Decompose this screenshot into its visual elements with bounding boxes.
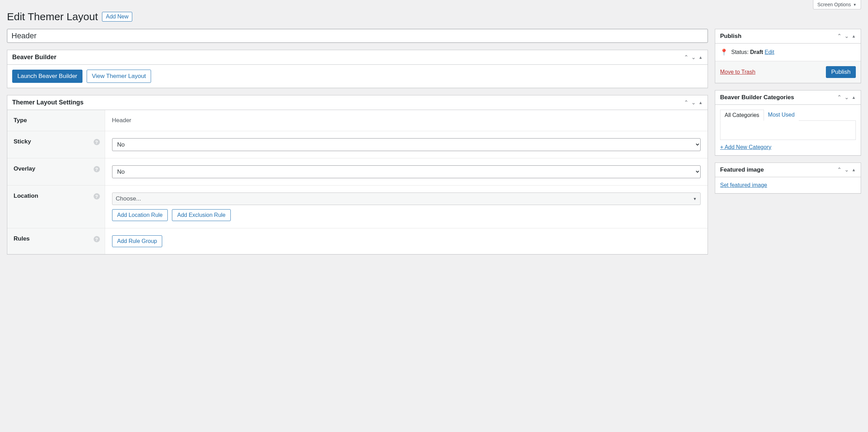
triangle-up-icon[interactable]: ▲: [852, 95, 856, 100]
settings-label-sticky: Sticky: [14, 138, 31, 145]
help-icon[interactable]: ?: [94, 166, 100, 172]
page-title: Edit Themer Layout: [7, 11, 98, 23]
chevron-down-icon[interactable]: ⌄: [844, 33, 849, 39]
settings-row-overlay: Overlay ? No: [7, 158, 708, 186]
launch-beaver-builder-button[interactable]: Launch Beaver Builder: [12, 70, 82, 83]
chevron-up-icon[interactable]: ⌃: [684, 55, 688, 60]
publish-panel: Publish ⌃ ⌄ ▲ 📍 Status: Draft Edit Move …: [715, 29, 861, 83]
triangle-up-icon[interactable]: ▲: [699, 55, 703, 60]
panel-title: Featured image: [720, 166, 764, 173]
move-to-trash-link[interactable]: Move to Trash: [720, 69, 755, 75]
screen-options-button[interactable]: Screen Options ▼: [813, 0, 861, 9]
add-new-button[interactable]: Add New: [102, 12, 132, 22]
panel-handle-actions: ⌃ ⌄ ▲: [684, 100, 703, 105]
help-icon[interactable]: ?: [94, 193, 100, 199]
set-featured-image-link[interactable]: Set featured image: [720, 182, 767, 188]
chevron-up-icon[interactable]: ⌃: [684, 100, 688, 105]
location-select[interactable]: Choose... ▼: [112, 193, 701, 205]
settings-value-type: Header: [105, 110, 708, 131]
panel-title: Themer Layout Settings: [12, 99, 84, 106]
help-icon[interactable]: ?: [94, 236, 100, 242]
chevron-up-icon[interactable]: ⌃: [837, 167, 842, 173]
chevron-up-icon[interactable]: ⌃: [837, 95, 842, 100]
status-label: Status:: [731, 49, 750, 55]
chevron-down-icon: ▼: [853, 3, 857, 7]
triangle-up-icon[interactable]: ▲: [852, 34, 856, 38]
pin-icon: 📍: [720, 48, 728, 56]
settings-row-sticky: Sticky ? No: [7, 131, 708, 158]
categories-panel: Beaver Builder Categories ⌃ ⌄ ▲ All Cate…: [715, 90, 861, 156]
sticky-select[interactable]: No: [112, 138, 701, 151]
help-icon[interactable]: ?: [94, 139, 100, 145]
chevron-down-icon: ▼: [693, 197, 697, 201]
status-value: Draft: [750, 49, 763, 55]
settings-row-location: Location ? Choose... ▼ Add Location Rule…: [7, 186, 708, 228]
add-rule-group-button[interactable]: Add Rule Group: [112, 235, 163, 247]
publish-button[interactable]: Publish: [826, 66, 856, 78]
settings-row-rules: Rules ? Add Rule Group: [7, 228, 708, 254]
panel-title: Beaver Builder Categories: [720, 94, 794, 101]
status-line: 📍 Status: Draft Edit: [720, 48, 856, 56]
settings-label-overlay: Overlay: [14, 165, 35, 172]
chevron-down-icon[interactable]: ⌄: [844, 167, 849, 173]
edit-status-link[interactable]: Edit: [765, 49, 774, 55]
beaver-builder-panel: Beaver Builder ⌃ ⌄ ▲ Launch Beaver Build…: [7, 50, 708, 88]
categories-list: [720, 120, 856, 140]
tab-most-used[interactable]: Most Used: [764, 110, 799, 121]
overlay-select[interactable]: No: [112, 165, 701, 178]
panel-title: Beaver Builder: [12, 54, 56, 61]
settings-label-type: Type: [7, 110, 105, 131]
panel-title: Publish: [720, 33, 741, 40]
add-location-rule-button[interactable]: Add Location Rule: [112, 209, 168, 221]
title-input[interactable]: [7, 29, 708, 43]
settings-label-location: Location: [14, 193, 38, 199]
panel-handle-actions: ⌃ ⌄ ▲: [837, 95, 856, 100]
triangle-up-icon[interactable]: ▲: [699, 101, 703, 105]
location-select-value: Choose...: [116, 195, 141, 202]
tab-all-categories[interactable]: All Categories: [720, 110, 764, 121]
settings-label-rules: Rules: [14, 235, 30, 242]
add-new-category-link[interactable]: + Add New Category: [720, 144, 771, 150]
add-exclusion-rule-button[interactable]: Add Exclusion Rule: [172, 209, 231, 221]
view-themer-layout-button[interactable]: View Themer Layout: [87, 70, 151, 83]
featured-image-panel: Featured image ⌃ ⌄ ▲ Set featured image: [715, 163, 861, 194]
panel-handle-actions: ⌃ ⌄ ▲: [684, 55, 703, 60]
settings-row-type: Type Header: [7, 110, 708, 131]
chevron-down-icon[interactable]: ⌄: [691, 55, 696, 60]
themer-layout-settings-panel: Themer Layout Settings ⌃ ⌄ ▲ Type Header…: [7, 95, 708, 254]
chevron-down-icon[interactable]: ⌄: [691, 100, 696, 105]
triangle-up-icon[interactable]: ▲: [852, 168, 856, 172]
panel-handle-actions: ⌃ ⌄ ▲: [837, 167, 856, 173]
page-heading: Edit Themer Layout Add New: [7, 11, 861, 23]
panel-handle-actions: ⌃ ⌄ ▲: [837, 33, 856, 39]
chevron-down-icon[interactable]: ⌄: [844, 95, 849, 100]
chevron-up-icon[interactable]: ⌃: [837, 33, 842, 39]
screen-options-label: Screen Options: [818, 2, 851, 7]
